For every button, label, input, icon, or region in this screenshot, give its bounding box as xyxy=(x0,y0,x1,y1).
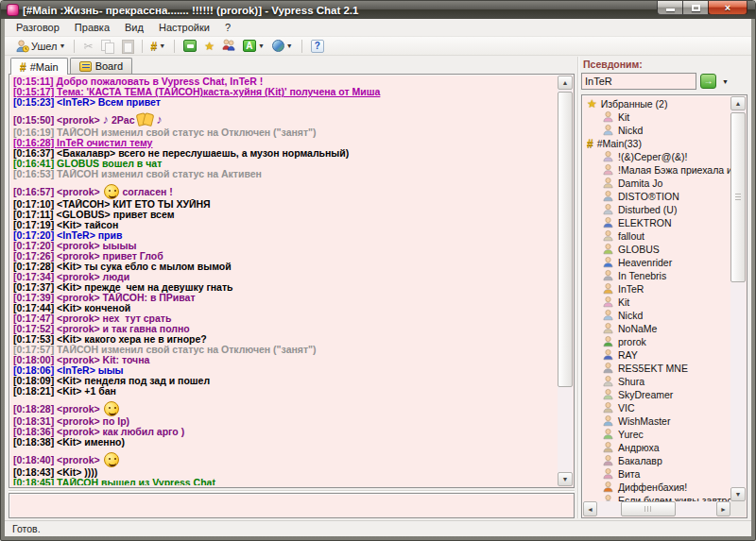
smiley-icon xyxy=(104,452,119,467)
user-group-header[interactable]: ★Избранные (2) xyxy=(583,97,730,110)
scroll-down-icon[interactable]: ▼ xyxy=(730,487,746,501)
user-icon xyxy=(602,467,614,481)
nickname-input[interactable] xyxy=(581,73,696,90)
paste-button[interactable] xyxy=(118,38,136,55)
user-list-item[interactable]: Kit xyxy=(583,110,730,124)
user-list-scrollbar[interactable]: ▲ ▼ xyxy=(730,96,746,501)
copy-button[interactable] xyxy=(98,38,116,55)
menu-item-1[interactable]: Разговор xyxy=(9,20,67,35)
chat-message: [0:18:38] <Kit> именно) xyxy=(10,437,557,448)
chat-message: [0:17:37] <Kit> прежде чем на девушку гн… xyxy=(10,282,557,293)
status-button[interactable]: Ушел ▼ xyxy=(12,38,68,55)
chat-scrollbar[interactable]: ▲ ▼ xyxy=(558,76,573,486)
user-list-item[interactable]: RAY xyxy=(583,348,730,362)
cut-button[interactable]: ✂ xyxy=(80,38,95,55)
font-button[interactable]: A▼ xyxy=(240,38,267,55)
user-list-item[interactable]: RES5EKT MNE xyxy=(583,362,730,375)
app-icon xyxy=(7,4,19,16)
user-list-item[interactable]: InTeR xyxy=(583,282,730,296)
star-icon: ★ xyxy=(587,97,597,110)
message-text: <InTeR> прив xyxy=(57,230,122,241)
chat-message: [0:17:52] <prorok> и так гавна полно xyxy=(10,324,557,334)
user-list-item[interactable]: Диффенбахия! xyxy=(583,481,730,494)
help-button[interactable]: ? xyxy=(308,38,327,55)
user-icon xyxy=(602,414,614,428)
hands-icon xyxy=(137,113,153,126)
message-text: ТАЙСОН изменил свой статус на Активен xyxy=(57,169,262,179)
channels-button[interactable]: #▼ xyxy=(148,38,169,55)
user-list-item[interactable]: Бакалавр xyxy=(583,454,730,467)
user-list-item[interactable]: GLOBUS xyxy=(583,243,730,256)
user-list-item[interactable]: ELEKTRON xyxy=(583,216,730,229)
message-timestamp: [0:18:43] xyxy=(13,467,57,478)
user-list-item[interactable]: Shura xyxy=(583,375,730,388)
title-bar[interactable]: [#Main :Жизнь- прекрассна....... !!!!!! … xyxy=(1,1,755,19)
message-text: GLOBUS вошел в чат xyxy=(57,159,162,169)
minimize-button[interactable] xyxy=(657,1,683,15)
user-list-item[interactable]: VIC xyxy=(583,401,730,414)
user-list-item[interactable]: Damita Jo xyxy=(583,177,730,190)
user-list-item[interactable]: !(&)Серег@(&)! xyxy=(583,150,730,163)
user-name: Диффенбахия! xyxy=(618,482,687,493)
scroll-down-icon[interactable]: ▼ xyxy=(558,472,573,486)
scroll-up-icon[interactable]: ▲ xyxy=(730,96,746,110)
user-list-item[interactable]: In Tenebris xyxy=(583,269,730,282)
message-input[interactable] xyxy=(9,493,575,518)
user-list-item[interactable]: Disturbed (U) xyxy=(583,203,730,216)
copy-icon xyxy=(101,40,113,52)
user-list-item[interactable]: Если будем живы завтро пос xyxy=(583,494,730,501)
user-icon xyxy=(602,441,614,454)
message-timestamp: [0:16:37] xyxy=(13,148,57,159)
user-icon xyxy=(602,401,614,414)
nickname-label: Псевдоним: xyxy=(583,59,747,70)
user-group-header[interactable]: ##Main(33) xyxy=(583,137,730,150)
menu-item-5[interactable]: ? xyxy=(217,20,238,35)
horizontal-splitter[interactable] xyxy=(9,488,575,493)
user-icon xyxy=(602,322,614,335)
menu-bar: РазговорПравкаВидНастройки? xyxy=(5,19,751,37)
maximize-button[interactable] xyxy=(682,1,709,15)
user-list-item[interactable]: Yurec xyxy=(583,428,730,441)
user-list-item[interactable]: Nickd xyxy=(583,124,730,137)
user-list-item[interactable]: NoNaMe xyxy=(583,322,730,335)
close-button[interactable]: × xyxy=(708,1,747,15)
user-icon xyxy=(602,124,614,137)
user-list-hscrollbar[interactable]: ◄ ► xyxy=(583,501,730,516)
user-list-item[interactable]: !Малая Бэжа приехала из Кры xyxy=(583,163,730,177)
scroll-left-icon[interactable]: ◄ xyxy=(583,501,597,516)
user-name: Nickd xyxy=(618,310,643,321)
tab-board-label: Board xyxy=(95,60,123,72)
tab-main[interactable]: # #Main xyxy=(10,58,68,75)
nickname-dropdown[interactable]: ▼ xyxy=(720,76,730,87)
user-list-item[interactable]: Kit xyxy=(583,296,730,309)
user-list-item[interactable]: WishMaster xyxy=(583,414,730,428)
message-timestamp: [0:17:52] xyxy=(13,324,57,334)
user-list-item[interactable]: fallout xyxy=(583,229,730,243)
message-text: <ТАЙСОН> КИТ ЕТО ТЫ ХУЙНЯ xyxy=(57,199,210,210)
user-list-item[interactable]: SkyDreamer xyxy=(583,388,730,401)
user-list-item[interactable]: Андрюха xyxy=(583,441,730,454)
apply-nickname-button[interactable]: → xyxy=(700,74,716,89)
vertical-splitter[interactable] xyxy=(575,57,581,518)
new-message-button[interactable] xyxy=(180,38,199,55)
user-list-item[interactable]: Heavenrider xyxy=(583,256,730,269)
message-timestamp: [0:15:17] xyxy=(13,87,57,97)
scroll-up-icon[interactable]: ▲ xyxy=(558,76,573,90)
user-list-item[interactable]: DISTO®TION xyxy=(583,190,730,203)
menu-item-3[interactable]: Вид xyxy=(117,20,151,35)
user-list-hscrollbar-thumb[interactable] xyxy=(621,501,676,516)
user-list-item[interactable]: prorok xyxy=(583,335,730,348)
menu-item-4[interactable]: Настройки xyxy=(151,20,217,35)
chat-message: [0:17:57] ТАЙСОН изменил свой статус на … xyxy=(10,345,557,355)
scroll-right-icon[interactable]: ► xyxy=(716,501,730,516)
user-list-item[interactable]: Вита xyxy=(583,467,730,481)
settings-button[interactable]: ▼ xyxy=(269,38,296,55)
users-button[interactable] xyxy=(219,38,238,55)
add-favorite-button[interactable]: ★ xyxy=(201,38,217,55)
chat-scrollbar-thumb[interactable] xyxy=(558,92,573,387)
chat-message: [0:17:28] <Kit> ты сука ебло с мылом вым… xyxy=(10,262,557,272)
user-list-item[interactable]: Nickd xyxy=(583,309,730,322)
user-list-scrollbar-thumb[interactable] xyxy=(730,112,746,282)
tab-board[interactable]: Board xyxy=(70,58,132,74)
menu-item-2[interactable]: Правка xyxy=(67,20,117,35)
